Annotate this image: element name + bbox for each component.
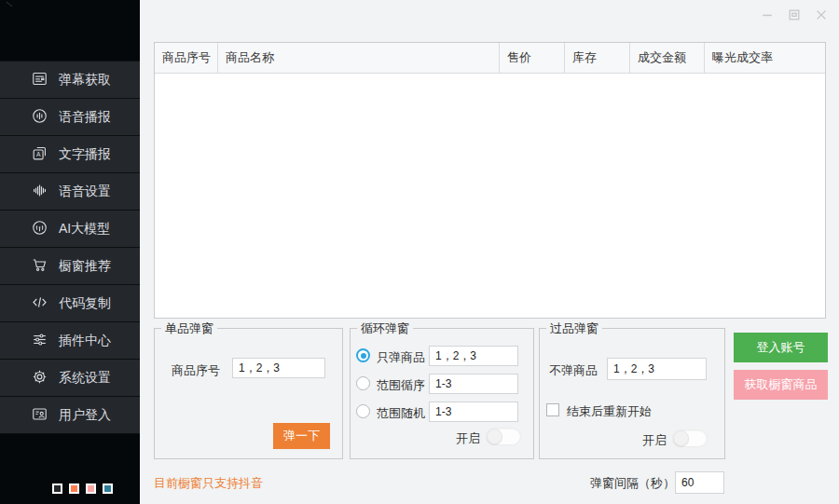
table-body [155, 74, 825, 318]
sidebar-item-label: 语音播报 [59, 109, 111, 126]
sidebar-item-code-copy[interactable]: 代码复制 [0, 285, 140, 322]
sidebar-item-showcase-recommend[interactable]: 橱窗推荐 [0, 248, 140, 285]
sidebar-item-label: 用户登入 [59, 407, 111, 424]
app-window: 弹幕获取 语音播报 A 文字播报 语音设置 AI大模型 橱窗推荐 [0, 0, 839, 504]
skip-popup-title: 过品弹窗 [546, 321, 602, 335]
login-account-button[interactable]: 登入账号 [734, 333, 828, 362]
sidebar-item-label: 语音设置 [59, 184, 111, 200]
skip-toggle-label: 开启 [642, 432, 667, 449]
loop-enable-toggle[interactable] [486, 428, 521, 445]
sliders-icon [31, 331, 48, 351]
broadcast-icon [31, 219, 48, 239]
sidebar-item-voice-settings[interactable]: 语音设置 [0, 173, 140, 211]
sidebar-item-ai-model[interactable]: AI大模型 [0, 211, 140, 248]
sidebar-item-label: 弹幕获取 [59, 72, 111, 89]
danmaku-icon [31, 70, 48, 90]
close-icon[interactable] [813, 7, 830, 23]
code-icon [31, 293, 48, 314]
theme-swatch-dark[interactable] [52, 484, 62, 494]
no-pop-products-label: 不弹商品 [549, 362, 598, 379]
corner-mark [7, 2, 13, 7]
sidebar: 弹幕获取 语音播报 A 文字播报 语音设置 AI大模型 橱窗推荐 [0, 0, 140, 504]
no-pop-products-input[interactable] [607, 358, 707, 380]
cart-icon [31, 256, 48, 277]
popup-interval-input[interactable] [675, 471, 724, 494]
sidebar-item-system-settings[interactable]: 系统设置 [0, 360, 140, 397]
sidebar-item-label: 文字播报 [59, 146, 111, 163]
sidebar-item-text-broadcast[interactable]: A 文字播报 [0, 136, 140, 173]
minimize-icon[interactable] [759, 7, 776, 23]
skip-popup-panel: 过品弹窗 不弹商品 结束后重新开始 开启 [539, 328, 725, 459]
popup-interval-label: 弹窗间隔（秒） [590, 475, 675, 492]
radio-only-products[interactable] [356, 348, 370, 362]
window-controls [759, 7, 830, 23]
col-header-exposure-rate: 曝光成交率 [705, 43, 825, 73]
range-sequence-input[interactable] [429, 374, 518, 394]
restart-checkbox[interactable] [546, 403, 559, 416]
col-header-deal-amount: 成交金额 [630, 43, 705, 73]
theme-swatch-orange[interactable] [69, 484, 79, 494]
sidebar-item-plugin-center[interactable]: 插件中心 [0, 322, 140, 360]
equalizer-icon [31, 182, 48, 202]
fetch-showcase-products-button[interactable]: 获取橱窗商品 [734, 370, 828, 400]
col-header-stock: 库存 [565, 43, 630, 73]
range-random-input[interactable] [429, 402, 518, 422]
text-broadcast-icon: A [31, 144, 48, 165]
svg-text:A: A [36, 151, 41, 157]
sidebar-item-user-login[interactable]: 用户登入 [0, 397, 140, 434]
sidebar-menu: 弹幕获取 语音播报 A 文字播报 语音设置 AI大模型 橱窗推荐 [0, 61, 140, 434]
sidebar-item-label: 橱窗推荐 [59, 258, 111, 275]
gear-icon [31, 368, 48, 388]
sidebar-item-label: 插件中心 [59, 333, 111, 349]
radio-range-random[interactable] [356, 404, 370, 418]
loop-popup-title: 循环弹窗 [357, 321, 413, 335]
radio-range-sequence[interactable] [356, 376, 370, 390]
col-header-product-index: 商品序号 [155, 43, 218, 73]
single-popup-panel: 单品弹窗 商品序号 弹一下 [154, 328, 343, 459]
user-card-icon [31, 405, 48, 426]
status-text: 目前橱窗只支持抖音 [154, 475, 263, 492]
restart-checkbox-label: 结束后重新开始 [567, 403, 652, 420]
radio-range-sequence-label: 范围循序 [377, 377, 425, 394]
theme-swatch-pink[interactable] [86, 484, 96, 494]
pop-once-button[interactable]: 弹一下 [273, 423, 330, 449]
product-index-input[interactable] [232, 358, 325, 378]
sidebar-item-label: AI大模型 [59, 221, 110, 238]
radio-only-products-label: 只弹商品 [377, 349, 425, 366]
sidebar-item-voice-broadcast[interactable]: 语音播报 [0, 99, 140, 136]
voice-broadcast-icon [31, 107, 48, 128]
col-header-product-name: 商品名称 [218, 43, 500, 73]
toggle-knob [487, 429, 502, 444]
sidebar-item-danmaku-capture[interactable]: 弹幕获取 [0, 61, 140, 99]
maximize-icon[interactable] [786, 7, 803, 23]
loop-popup-panel: 循环弹窗 只弹商品 范围循序 范围随机 开启 [350, 328, 534, 459]
skip-enable-toggle[interactable] [672, 429, 708, 447]
product-table: 商品序号 商品名称 售价 库存 成交金额 曝光成交率 [154, 42, 826, 319]
table-header-row: 商品序号 商品名称 售价 库存 成交金额 曝光成交率 [155, 43, 825, 74]
loop-toggle-label: 开启 [456, 430, 480, 447]
toggle-knob [673, 430, 689, 446]
radio-range-random-label: 范围随机 [377, 405, 425, 422]
single-popup-title: 单品弹窗 [161, 321, 217, 335]
sidebar-item-label: 系统设置 [59, 370, 111, 387]
theme-swatch-teal[interactable] [103, 484, 113, 494]
product-index-label: 商品序号 [172, 362, 220, 379]
only-products-input[interactable] [429, 346, 518, 366]
theme-swatches [52, 484, 113, 494]
col-header-price: 售价 [500, 43, 565, 73]
sidebar-item-label: 代码复制 [59, 295, 111, 312]
